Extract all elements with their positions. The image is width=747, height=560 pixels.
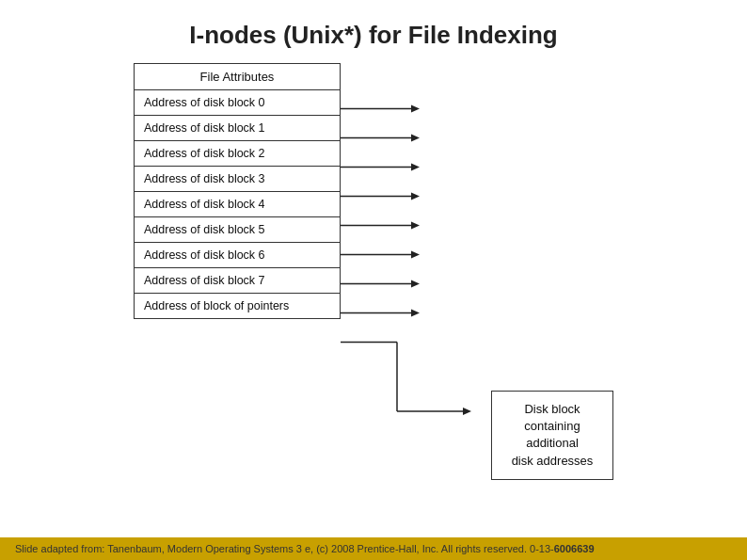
inode-row-1: Address of disk block 1 [135,116,340,141]
svg-marker-19 [463,408,471,415]
inode-row-5: Address of disk block 5 [135,217,340,243]
arrows-svg [341,63,623,374]
inode-row-2: Address of disk block 2 [135,141,340,167]
inode-header-row: File Attributes [135,64,340,90]
inode-row-4: Address of disk block 4 [135,192,340,217]
svg-marker-13 [411,280,420,288]
inode-row-0: Address of disk block 0 [135,90,340,116]
footer-bold: 6006639 [554,543,595,554]
inode-table: File Attributes Address of disk block 0 … [134,63,341,319]
footer-bar: Slide adapted from: Tanenbaum, Modern Op… [0,537,747,560]
right-side: Disk block containing additional disk ad… [341,63,623,374]
svg-marker-1 [411,105,420,113]
disk-block-box: Disk block containing additional disk ad… [491,391,613,480]
svg-marker-7 [411,193,420,200]
footer-text: Slide adapted from: Tanenbaum, Modern Op… [15,543,554,554]
svg-marker-9 [411,222,420,230]
inode-row-3: Address of disk block 3 [135,167,340,192]
svg-marker-3 [411,135,420,142]
svg-marker-5 [411,164,420,171]
svg-marker-11 [411,251,420,259]
inode-row-pointers: Address of block of pointers [135,294,340,318]
page-title: I-nodes (Unix*) for File Indexing [0,0,747,63]
svg-marker-15 [411,310,420,317]
inode-row-7: Address of disk block 7 [135,268,340,294]
inode-row-6: Address of disk block 6 [135,243,340,268]
